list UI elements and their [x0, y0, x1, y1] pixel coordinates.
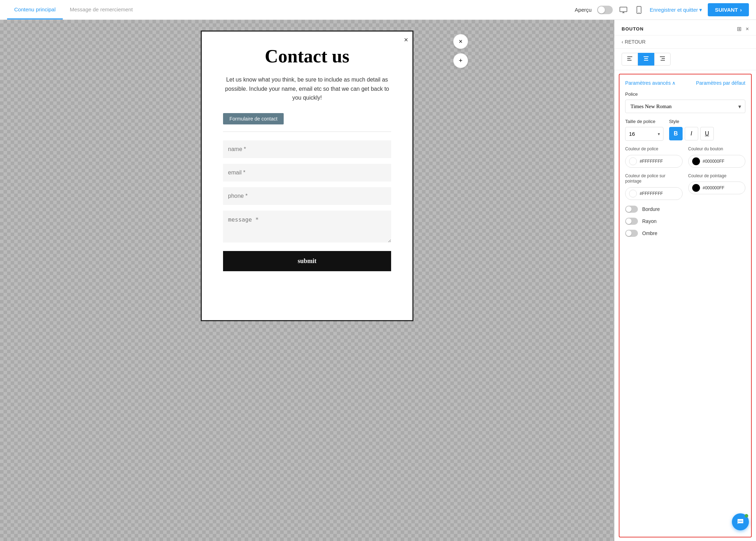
btn-color-label: Couleur du bouton — [688, 146, 746, 152]
font-section: Police Times New Roman Arial Georgia Hel… — [625, 91, 745, 113]
chevron-down-icon: ▾ — [699, 7, 702, 13]
font-color-input[interactable]: #FFFFFFFF — [625, 155, 683, 168]
hover-font-color-input[interactable]: #FFFFFFFF — [625, 187, 683, 200]
svg-point-13 — [740, 521, 741, 522]
hover-btn-color-input[interactable]: #000000FF — [688, 182, 746, 194]
chat-widget[interactable] — [732, 513, 749, 530]
canvas-area: × Contact us Let us know what you think,… — [0, 20, 614, 541]
pin-icon[interactable]: ⊞ — [737, 26, 741, 32]
advanced-settings-panel: Paramètres avancés ∧ Paramètres par défa… — [619, 74, 752, 537]
color-row-1: Couleur de police #FFFFFFFF Couleur du b… — [625, 146, 745, 168]
message-field[interactable] — [223, 211, 391, 242]
panel-title: BOUTON — [622, 26, 644, 32]
desktop-icon[interactable] — [618, 5, 628, 15]
align-left-button[interactable] — [622, 53, 638, 66]
bordure-toggle-row: Bordure — [625, 206, 745, 213]
ombre-toggle-knob — [626, 230, 632, 236]
svg-point-14 — [741, 521, 743, 522]
svg-point-12 — [739, 521, 740, 522]
font-color-value: #FFFFFFFF — [640, 159, 663, 164]
form-divider — [223, 132, 391, 132]
btn-color-value: #000000FF — [703, 159, 724, 164]
right-panel: BOUTON ⊞ × ‹ RETOUR — [614, 20, 756, 541]
advanced-header: Paramètres avancés ∧ Paramètres par défa… — [625, 80, 745, 86]
chat-icon — [736, 518, 745, 526]
panel-close-icon[interactable]: × — [746, 26, 749, 32]
form-close-icon[interactable]: × — [404, 36, 408, 44]
phone-field[interactable] — [223, 187, 391, 205]
advanced-params-button[interactable]: Paramètres avancés ∧ — [625, 80, 676, 86]
submit-button[interactable]: submit — [223, 251, 391, 271]
rayon-label: Rayon — [642, 218, 656, 224]
form-content: Contact us Let us know what you think, b… — [202, 32, 412, 282]
rayon-toggle-knob — [626, 218, 632, 224]
default-params-button[interactable]: Paramètres par défaut — [696, 80, 745, 86]
form-preview: × Contact us Let us know what you think,… — [201, 30, 413, 321]
apercu-label: Aperçu — [575, 7, 592, 13]
panel-header-actions: ⊞ × — [737, 26, 749, 32]
align-center-button[interactable] — [638, 53, 654, 66]
save-quit-button[interactable]: Enregistrer et quitter ▾ — [650, 7, 702, 13]
mobile-icon[interactable] — [634, 5, 644, 15]
ombre-toggle[interactable] — [625, 230, 638, 237]
top-navigation: Contenu principal Message de remerciemen… — [0, 0, 756, 20]
size-select-wrapper: 16 12 14 18 20 24 — [625, 127, 663, 141]
btn-color-col: Couleur du bouton #000000FF — [688, 146, 746, 168]
style-label: Style — [669, 119, 745, 124]
color-row-2: Couleur de police sur pointage #FFFFFFFF… — [625, 173, 745, 200]
hover-font-color-swatch — [629, 190, 637, 197]
font-select-wrapper: Times New Roman Arial Georgia Helvetica — [625, 100, 745, 113]
preview-toggle[interactable] — [597, 6, 613, 14]
size-label: Taille de police — [625, 119, 663, 124]
rayon-toggle[interactable] — [625, 218, 638, 225]
rayon-toggle-row: Rayon — [625, 218, 745, 225]
bordure-toggle-knob — [626, 206, 632, 212]
font-select[interactable]: Times New Roman Arial Georgia Helvetica — [625, 100, 745, 113]
chevron-right-icon: › — [740, 7, 742, 13]
hover-btn-color-label: Couleur de pointage — [688, 173, 746, 179]
side-close-button[interactable]: × — [453, 34, 468, 49]
name-field[interactable] — [223, 140, 391, 158]
size-col: Taille de police 16 12 14 18 20 24 — [625, 119, 663, 141]
hover-btn-color-col: Couleur de pointage #000000FF — [688, 173, 746, 200]
chat-online-dot — [745, 514, 748, 518]
form-title: Contact us — [223, 46, 391, 67]
ombre-label: Ombre — [642, 230, 657, 236]
hover-font-color-col: Couleur de police sur pointage #FFFFFFFF — [625, 173, 683, 200]
hover-font-color-label: Couleur de police sur pointage — [625, 173, 683, 184]
italic-button[interactable]: I — [685, 127, 698, 140]
underline-button[interactable]: U — [700, 127, 714, 140]
hover-font-color-value: #FFFFFFFF — [640, 191, 663, 196]
font-color-col: Couleur de police #FFFFFFFF — [625, 146, 683, 168]
nav-right-actions: Aperçu Enregistrer et quitter ▾ SUIVANT … — [575, 3, 749, 16]
alignment-buttons — [615, 49, 756, 70]
font-color-swatch — [629, 157, 637, 165]
svg-point-2 — [639, 12, 639, 13]
back-button[interactable]: ‹ RETOUR — [615, 35, 756, 49]
nav-tabs: Contenu principal Message de remerciemen… — [7, 0, 140, 19]
suivant-button[interactable]: SUIVANT › — [708, 3, 749, 16]
bold-button[interactable]: B — [669, 127, 683, 140]
ombre-toggle-row: Ombre — [625, 230, 745, 237]
chevron-left-icon: ‹ — [622, 39, 623, 45]
size-style-row: Taille de police 16 12 14 18 20 24 Style — [625, 119, 745, 141]
tab-thanks-message[interactable]: Message de remerciement — [63, 0, 140, 19]
font-color-label: Couleur de police — [625, 146, 683, 152]
tab-main-content[interactable]: Contenu principal — [7, 0, 63, 19]
side-buttons: × + — [453, 34, 468, 68]
hover-btn-color-swatch — [692, 184, 700, 192]
hover-btn-color-value: #000000FF — [703, 185, 724, 190]
align-right-button[interactable] — [654, 53, 671, 66]
bordure-label: Bordure — [642, 206, 660, 212]
main-layout: × Contact us Let us know what you think,… — [0, 20, 756, 541]
svg-rect-0 — [620, 7, 627, 12]
bordure-toggle[interactable] — [625, 206, 638, 213]
side-add-button[interactable]: + — [453, 53, 468, 68]
form-tab-label: Formulaire de contact — [223, 113, 284, 124]
toggle-knob — [598, 6, 605, 13]
font-size-select[interactable]: 16 12 14 18 20 24 — [625, 127, 663, 141]
btn-color-input[interactable]: #000000FF — [688, 155, 746, 168]
email-field[interactable] — [223, 164, 391, 182]
btn-color-swatch — [692, 157, 700, 165]
font-label: Police — [625, 91, 745, 97]
